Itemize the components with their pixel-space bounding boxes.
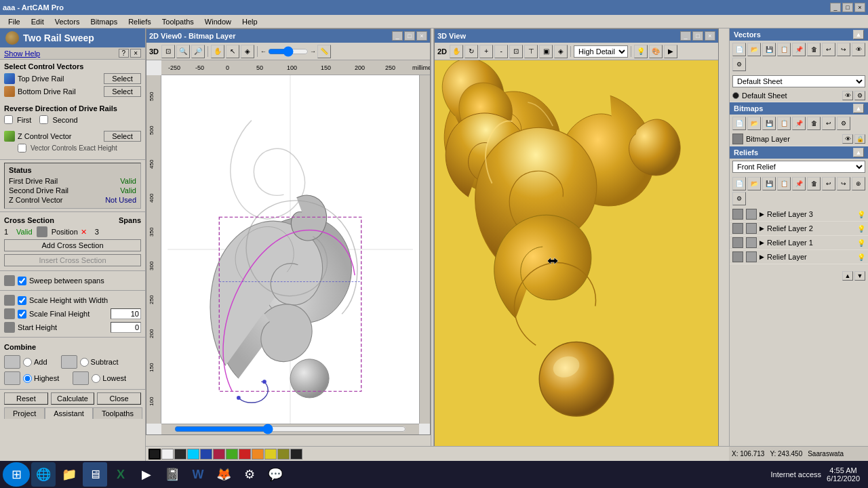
relief-save-btn[interactable]: 💾 [762,177,776,190]
bitmap-lock-btn[interactable]: 🔒 [854,134,865,144]
scale-final-input[interactable]: 10 [111,308,141,319]
taskbar-icon-media[interactable]: ▶ [134,462,159,487]
3d-zoom-fit-button[interactable]: ⊡ [509,45,523,58]
bitmap-save-btn[interactable]: 💾 [762,117,776,130]
vector-undo-btn[interactable]: ↩ [822,43,835,56]
highest-radio[interactable] [23,374,32,383]
zoom-fit-button[interactable]: ⊡ [161,45,175,58]
calculate-button[interactable]: Calculate [51,392,95,405]
show-help-link[interactable]: Show Help [4,49,40,58]
color-white[interactable] [161,449,174,460]
menu-window[interactable]: Window [199,16,237,27]
taskbar-icon-excel[interactable]: X [108,462,133,487]
start-height-input[interactable]: 0 [111,322,141,333]
view-2d-canvas[interactable]: -250 -50 0 50 100 150 200 250 millimetre… [146,60,430,434]
relief-layer-eye[interactable]: 💡 [857,253,865,261]
tab-assistant[interactable]: Assistant [45,407,93,419]
relief-layer-2-arrow[interactable]: ▶ [760,225,764,232]
highest-label[interactable]: Highest [23,374,59,383]
color-blue[interactable] [200,449,212,460]
help-icon-button[interactable]: ? [119,49,130,58]
relief-paste-btn[interactable]: 📌 [792,177,806,190]
taskbar-icon-browser[interactable]: 🌐 [31,462,56,487]
color-dark[interactable] [174,449,186,460]
vector-open-btn[interactable]: 📂 [747,43,761,56]
relief-layer-1-eye[interactable]: 💡 [857,239,865,247]
relief-settings-btn[interactable]: ⚙ [732,192,746,205]
second-checkbox[interactable] [39,115,48,124]
insert-cross-section-button[interactable]: Insert Cross Section [4,254,141,266]
taskbar-icon-explorer[interactable]: 📁 [57,462,81,487]
relief-merge-btn[interactable]: ⊕ [852,177,865,190]
bitmap-undo-btn[interactable]: ↩ [822,117,835,130]
menu-edit[interactable]: Edit [26,16,50,27]
bitmap-settings-btn[interactable]: ⚙ [837,117,850,130]
canvas-2d-area[interactable] [161,75,419,424]
color-black[interactable] [149,449,161,460]
sweep-checkbox[interactable] [18,277,26,285]
lowest-label[interactable]: Lowest [92,374,126,383]
close-button[interactable]: × [854,3,865,12]
top-drive-select-button[interactable]: Select [104,73,141,84]
relief-layer-3-eye[interactable]: 💡 [857,211,865,218]
color-red-dark[interactable] [213,449,225,460]
view-3d-canvas[interactable] [435,60,718,455]
3d-view-top-button[interactable]: ⊤ [524,45,538,58]
zoom-out-button[interactable]: 🔎 [191,45,205,58]
taskbar-icon-artcam[interactable]: 🖥 [83,462,107,487]
lowest-radio[interactable] [92,374,100,383]
relief-copy-btn[interactable]: 📋 [777,177,791,190]
taskbar-icon-onenote[interactable]: 📓 [160,462,184,487]
vector-settings-btn[interactable]: ⚙ [732,58,746,71]
view-3d-maximize[interactable]: □ [692,31,703,41]
vector-eye-btn[interactable]: 👁 [852,43,865,56]
reset-button[interactable]: Reset [4,392,48,405]
relief-arrow-up-btn[interactable]: ▲ [842,271,853,281]
scale-height-checkbox[interactable] [18,296,26,305]
horizontal-scrollbar[interactable] [161,424,419,434]
zoom-slider[interactable] [268,47,309,56]
menu-toolpaths[interactable]: Toolpaths [157,16,199,27]
vector-controls-checkbox[interactable] [18,144,26,152]
vector-new-btn[interactable]: 📄 [732,43,746,56]
relief-undo-btn[interactable]: ↩ [822,177,835,190]
menu-reliefs[interactable]: Reliefs [123,16,157,27]
color-yellow[interactable] [264,449,277,460]
relief-new-btn[interactable]: 📄 [732,177,746,190]
color-red[interactable] [239,449,251,460]
add-cross-section-button[interactable]: Add Cross Section [4,239,141,251]
color-olive[interactable] [277,449,290,460]
menu-file[interactable]: File [3,16,26,27]
first-checkbox[interactable] [4,115,13,124]
3d-render-button[interactable]: ▶ [664,45,677,58]
first-check-row[interactable]: First [4,115,31,124]
add-label[interactable]: Add [23,358,47,367]
bitmap-new-btn[interactable]: 📄 [732,117,746,130]
vector-paste-btn[interactable]: 📌 [792,43,806,56]
vector-redo-btn[interactable]: ↪ [837,43,850,56]
menu-vectors[interactable]: Vectors [50,16,85,27]
scale-final-checkbox[interactable] [18,310,26,319]
vector-delete-btn[interactable]: 🗑 [807,43,821,56]
start-button[interactable]: ⊞ [3,462,30,487]
3d-zoom-out-button[interactable]: - [494,45,508,58]
view-3d-minimize[interactable]: _ [680,31,691,41]
relief-open-btn[interactable]: 📂 [747,177,761,190]
menu-help[interactable]: Help [237,16,263,27]
panel-close-button[interactable]: × [130,49,141,58]
subtract-label[interactable]: Subtract [80,358,119,367]
3d-rotate-button[interactable]: ↻ [465,45,478,58]
menu-bitmaps[interactable]: Bitmaps [85,16,123,27]
view-2d-minimize[interactable]: _ [392,31,403,41]
maximize-button[interactable]: □ [842,3,853,12]
vector-copy-btn[interactable]: 📋 [777,43,791,56]
second-check-row[interactable]: Second [39,115,77,124]
color-green[interactable] [226,449,238,460]
h-scroll-input[interactable] [174,426,406,432]
relief-layer-3-arrow[interactable]: ▶ [760,211,764,218]
bitmap-copy-btn[interactable]: 📋 [777,117,791,130]
relief-delete-btn[interactable]: 🗑 [807,177,821,190]
bitmap-delete-btn[interactable]: 🗑 [807,117,821,130]
3d-zoom-in-button[interactable]: + [479,45,493,58]
subtract-radio[interactable] [80,358,89,367]
